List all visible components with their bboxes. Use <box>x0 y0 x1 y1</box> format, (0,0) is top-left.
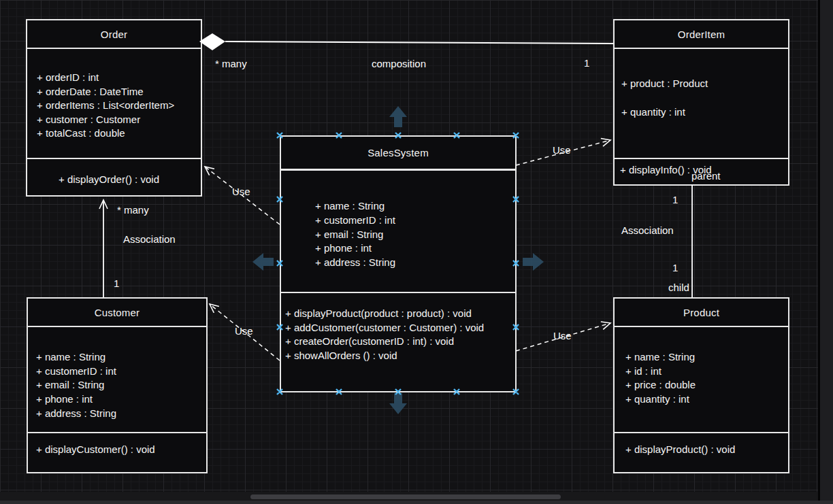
uml-operation: + displayProduct() : void <box>625 443 788 457</box>
statusbar-strip <box>0 501 833 504</box>
multiplicity-label[interactable]: 1 <box>114 278 119 289</box>
use-label[interactable]: Use <box>235 325 253 337</box>
multiplicity-label[interactable]: 1 <box>584 57 589 69</box>
uml-operation: + addCustomer(customer : Customer) : voi… <box>285 321 515 335</box>
uml-attribute: + orderItems : List<orderItem> <box>37 99 201 113</box>
uml-attribute: + email : String <box>315 228 515 242</box>
class-customer[interactable]: Customer + name : String + customerID : … <box>27 297 208 473</box>
uml-attribute: + address : String <box>36 407 206 421</box>
horizontal-scrollbar-track[interactable] <box>0 492 818 501</box>
uml-attribute: + price : double <box>625 378 788 392</box>
uml-attribute: + name : String <box>36 350 206 365</box>
role-label[interactable]: child <box>668 282 689 293</box>
uml-attribute: + id : int <box>625 365 788 379</box>
uml-operation: + displayOrder() : void <box>59 173 201 187</box>
uml-attribute: + name : String <box>315 199 515 214</box>
multiplicity-label[interactable]: * many <box>215 58 247 69</box>
use-label[interactable]: Use <box>553 330 572 341</box>
uml-attribute: + orderDate : DateTime <box>37 85 201 99</box>
uml-attribute: + email : String <box>36 378 206 392</box>
uml-attribute: + name : String <box>625 350 788 365</box>
multiplicity-label[interactable]: * many <box>117 204 149 216</box>
uml-attribute: + quantity : int <box>625 392 788 407</box>
uml-attribute: + phone : int <box>36 392 206 407</box>
uml-operation: + displayProduct(product : product) : vo… <box>285 307 515 321</box>
uml-attribute: + phone : int <box>315 241 515 256</box>
uml-attribute: + customerID : int <box>36 365 206 379</box>
class-salessystem[interactable]: SalesSystem + name : String + customerID… <box>280 135 517 392</box>
class-order[interactable]: Order + orderID : int + orderDate : Date… <box>26 19 202 197</box>
uml-operation: + showAllOrders () : void <box>285 349 515 363</box>
diagram-editor: Order + orderID : int + orderDate : Date… <box>0 0 833 504</box>
uml-attribute: + orderID : int <box>37 71 201 85</box>
class-product[interactable]: Product + name : String + id : int + pri… <box>613 297 789 473</box>
class-orderitem[interactable]: OrderItem + product : Product + quantity… <box>613 19 789 186</box>
uml-attribute: + customer : Customer <box>37 113 201 127</box>
class-title: Order <box>27 20 201 49</box>
composition-label[interactable]: composition <box>372 58 426 69</box>
association-label[interactable]: Association <box>123 233 176 245</box>
uml-attribute: + product : Product <box>621 69 788 98</box>
uml-attribute: + customerID : int <box>315 214 515 228</box>
multiplicity-label[interactable]: 1 <box>672 194 678 205</box>
horizontal-scrollbar-thumb[interactable] <box>250 494 561 499</box>
uml-attribute: + quantity : int <box>621 98 788 127</box>
multiplicity-label[interactable]: 1 <box>672 262 678 273</box>
uml-attribute: + totalCast : double <box>37 127 201 141</box>
class-title: Customer <box>28 299 206 327</box>
class-title: Product <box>615 299 788 327</box>
uml-operation: + createOrder(customerID : int) : void <box>285 335 515 349</box>
uml-attribute: + address : String <box>315 256 515 270</box>
use-label[interactable]: Use <box>553 144 571 156</box>
role-label[interactable]: parent <box>691 170 721 182</box>
vertical-scrollbar-track[interactable] <box>818 0 833 504</box>
class-title: OrderItem <box>615 20 788 49</box>
use-label[interactable]: Use <box>232 186 250 197</box>
class-title: SalesSystem <box>281 137 515 171</box>
association-label[interactable]: Association <box>621 224 674 236</box>
uml-operation: + displayCustomer() : void <box>36 443 206 457</box>
